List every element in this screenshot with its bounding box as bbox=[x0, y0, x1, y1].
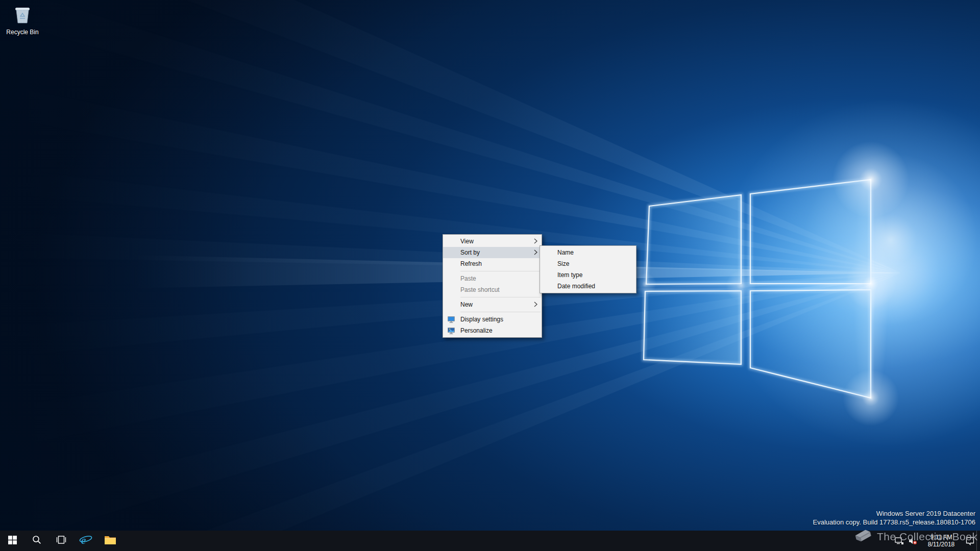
desktop-context-menu: View Sort by Refresh Paste Paste shortcu… bbox=[443, 234, 542, 338]
recycle-bin-icon bbox=[3, 3, 42, 28]
internet-explorer-button[interactable]: e bbox=[74, 531, 98, 551]
submenu-item-name[interactable]: Name bbox=[540, 247, 636, 258]
menu-separator bbox=[460, 312, 541, 312]
show-desktop-button[interactable] bbox=[976, 531, 980, 551]
windows-logo-icon bbox=[8, 536, 17, 546]
chevron-right-icon bbox=[534, 238, 537, 244]
chevron-right-icon bbox=[534, 249, 537, 255]
context-menu-item-display-settings[interactable]: Display settings bbox=[443, 314, 542, 325]
clock-time: 9:11 AM bbox=[921, 534, 961, 541]
task-view-icon bbox=[56, 536, 66, 546]
context-menu-item-refresh[interactable]: Refresh bbox=[443, 258, 542, 269]
submenu-item-item-type[interactable]: Item type bbox=[540, 269, 636, 281]
action-center-button[interactable] bbox=[963, 531, 976, 551]
clock-date: 8/11/2018 bbox=[921, 541, 961, 548]
recycle-bin[interactable]: Recycle Bin bbox=[3, 3, 42, 36]
menu-separator bbox=[460, 297, 541, 297]
file-explorer-icon bbox=[104, 535, 116, 547]
context-menu-item-view[interactable]: View bbox=[443, 236, 542, 247]
context-menu-item-personalize[interactable]: Personalize bbox=[443, 325, 542, 336]
network-tray-icon[interactable] bbox=[893, 531, 906, 551]
submenu-item-date-modified[interactable]: Date modified bbox=[540, 281, 636, 292]
taskbar-clock[interactable]: 9:11 AM 8/11/2018 bbox=[919, 534, 963, 548]
system-tray: 9:11 AM 8/11/2018 bbox=[893, 531, 980, 551]
search-button[interactable] bbox=[24, 531, 49, 551]
submenu-item-size[interactable]: Size bbox=[540, 258, 636, 269]
volume-muted-tray-icon[interactable] bbox=[906, 531, 919, 551]
context-menu-item-paste-shortcut: Paste shortcut bbox=[443, 284, 542, 295]
context-menu-item-paste: Paste bbox=[443, 273, 542, 284]
menu-separator bbox=[460, 271, 541, 271]
display-settings-icon bbox=[447, 315, 455, 323]
task-view-button[interactable] bbox=[49, 531, 74, 551]
watermark-edition: Windows Server 2019 Datacenter bbox=[813, 509, 976, 518]
context-menu-item-new[interactable]: New bbox=[443, 299, 542, 310]
personalize-icon bbox=[447, 327, 455, 335]
chevron-right-icon bbox=[534, 302, 537, 307]
context-menu-item-sort-by[interactable]: Sort by bbox=[443, 247, 542, 258]
recycle-bin-label: Recycle Bin bbox=[3, 29, 42, 36]
taskbar: e bbox=[0, 531, 980, 551]
svg-text:e: e bbox=[81, 534, 86, 546]
evaluation-watermark: Windows Server 2019 Datacenter Evaluatio… bbox=[813, 509, 976, 527]
sort-by-submenu: Name Size Item type Date modified bbox=[540, 245, 636, 293]
file-explorer-button[interactable] bbox=[98, 531, 122, 551]
start-button[interactable] bbox=[0, 531, 24, 551]
watermark-build: Evaluation copy. Build 17738.rs5_release… bbox=[813, 518, 976, 527]
internet-explorer-icon: e bbox=[79, 533, 92, 548]
search-icon bbox=[32, 535, 41, 546]
